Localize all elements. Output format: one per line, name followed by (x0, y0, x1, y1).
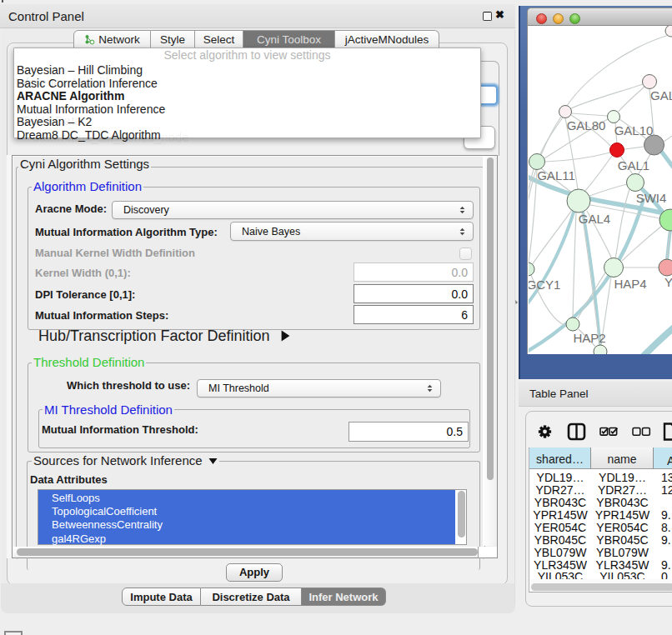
svg-text:GAL4: GAL4 (579, 212, 610, 226)
svg-text:GAL11: GAL11 (537, 168, 575, 182)
svg-text:GCY1: GCY1 (529, 278, 560, 292)
svg-text:SWI4: SWI4 (636, 191, 667, 205)
svg-text:Y: Y (664, 275, 672, 289)
svg-text:GAL80: GAL80 (567, 118, 606, 132)
svg-text:GAL10: GAL10 (614, 123, 654, 138)
svg-text:HAP2: HAP2 (573, 331, 605, 345)
svg-text:GAL7: GAL7 (650, 88, 672, 102)
svg-text:HAP4: HAP4 (614, 277, 646, 291)
svg-text:GAL1: GAL1 (618, 158, 649, 172)
